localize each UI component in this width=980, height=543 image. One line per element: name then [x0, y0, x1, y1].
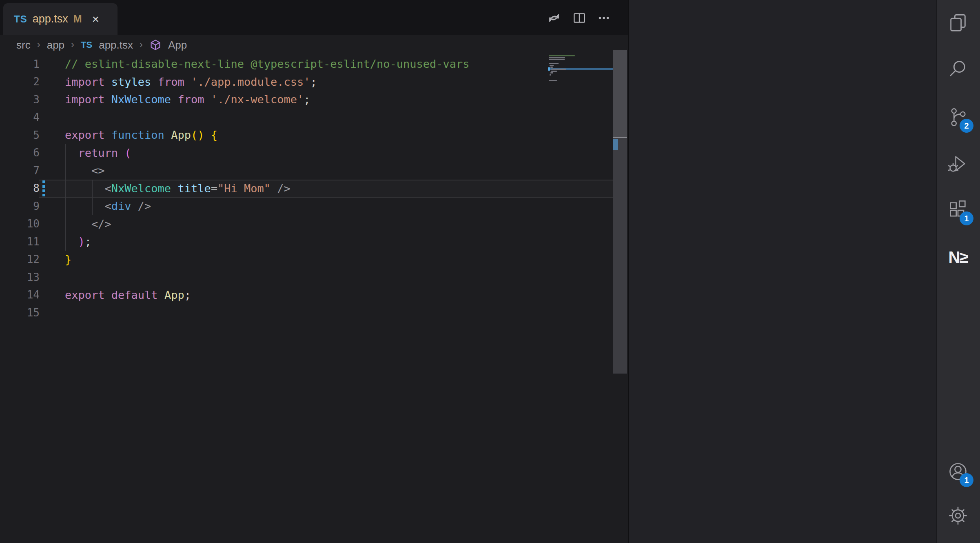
search-icon[interactable] — [938, 49, 978, 88]
minimap-line — [549, 59, 565, 60]
extensions-icon[interactable]: 1 — [938, 190, 978, 229]
vscode-window: TS app.tsx M × src › app › TS — [0, 0, 980, 543]
code-line-10[interactable]: 10 </> — [0, 215, 613, 233]
nx-console-panel: NX CONSOLE ••• PROJECTS NX CLOUD REMOTE … — [628, 0, 936, 543]
minimap-line — [549, 57, 565, 58]
open-changes-icon[interactable] — [546, 10, 562, 26]
code-text: export default App; — [65, 289, 191, 301]
code-line-13[interactable]: 13 — [0, 268, 613, 286]
tab-title: app.tsx — [33, 13, 68, 25]
code-line-14[interactable]: 14export default App; — [0, 286, 613, 304]
code-line-8[interactable]: 8 <NxWelcome title="Hi Mom" /> — [0, 180, 613, 198]
code-line-2[interactable]: 2import styles from './app.module.css'; — [0, 73, 613, 91]
minimap-line — [549, 55, 575, 56]
chevron-right-icon: › — [140, 39, 143, 50]
run-debug-icon[interactable] — [938, 144, 978, 183]
code-text: <div /> — [65, 200, 151, 212]
line-number: 15 — [0, 307, 40, 319]
typescript-file-icon: TS — [81, 40, 92, 50]
code-text: <NxWelcome title="Hi Mom" /> — [65, 182, 290, 195]
minimap[interactable] — [549, 55, 613, 86]
code-line-1[interactable]: 1// eslint-disable-next-line @typescript… — [0, 55, 613, 73]
breadcrumb-symbol-app[interactable]: App — [168, 39, 187, 51]
badge: 2 — [960, 119, 973, 133]
line-number: 8 — [0, 182, 40, 194]
accounts-icon[interactable]: 1 — [938, 452, 978, 491]
badge: 1 — [960, 473, 973, 487]
typescript-file-icon: TS — [14, 13, 27, 25]
minimap-line — [549, 76, 549, 78]
code-line-7[interactable]: 7 <> — [0, 162, 613, 180]
line-number: 3 — [0, 93, 40, 106]
code-text: </> — [65, 218, 111, 230]
symbol-class-cube-icon — [149, 39, 162, 51]
code-text: <> — [65, 164, 105, 177]
minimap-line — [550, 72, 553, 73]
breadcrumb-app[interactable]: app — [47, 39, 64, 51]
modified-badge: M — [73, 13, 82, 25]
code-editor[interactable]: 1// eslint-disable-next-line @typescript… — [0, 55, 613, 322]
breadcrumb-file[interactable]: app.tsx — [99, 39, 133, 51]
minimap-line — [551, 69, 565, 70]
code-line-4[interactable]: 4 — [0, 109, 613, 127]
line-number: 11 — [0, 236, 40, 248]
minimap-line — [550, 74, 551, 76]
overview-ruler-cursor-mark — [613, 137, 627, 138]
code-line-5[interactable]: 5export function App() { — [0, 126, 613, 144]
line-number: 7 — [0, 165, 40, 177]
code-line-6[interactable]: 6 return ( — [0, 144, 613, 162]
source-control-icon[interactable]: 2 — [938, 98, 978, 137]
code-line-11[interactable]: 11 ); — [0, 233, 613, 251]
breadcrumb-src[interactable]: src — [16, 39, 31, 51]
breadcrumb: src › app › TS app.tsx › App — [0, 35, 628, 55]
code-text: } — [65, 253, 71, 266]
chevron-right-icon: › — [37, 39, 40, 50]
minimap-line — [550, 67, 553, 68]
minimap-line — [549, 80, 557, 81]
code-line-9[interactable]: 9 <div /> — [0, 197, 613, 215]
code-text: ); — [65, 235, 91, 248]
line-number: 12 — [0, 253, 40, 265]
line-number: 10 — [0, 218, 40, 230]
line-number: 1 — [0, 58, 40, 70]
close-tab-icon[interactable]: × — [92, 13, 100, 25]
code-text: return ( — [65, 147, 131, 159]
code-text: // eslint-disable-next-line @typescript-… — [65, 58, 470, 70]
editor-more-actions-icon[interactable] — [596, 10, 612, 26]
nx-console-icon[interactable]: N≥ — [938, 238, 978, 277]
overview-ruler-modified-mark — [613, 139, 618, 150]
line-number: 4 — [0, 111, 40, 123]
code-line-3[interactable]: 3import NxWelcome from './nx-welcome'; — [0, 91, 613, 109]
code-line-12[interactable]: 12} — [0, 251, 613, 269]
settings-gear-icon[interactable] — [938, 496, 978, 535]
line-number: 5 — [0, 129, 40, 141]
code-text: import styles from './app.module.css'; — [65, 76, 317, 88]
badge: 1 — [960, 211, 973, 225]
line-number: 13 — [0, 271, 40, 283]
code-text: import NxWelcome from './nx-welcome'; — [65, 93, 310, 106]
minimap-line — [551, 71, 557, 72]
split-editor-icon[interactable] — [571, 10, 588, 26]
minimap-line — [550, 65, 554, 66]
line-number: 2 — [0, 76, 40, 88]
scrollbar-thumb[interactable] — [613, 50, 627, 137]
line-number: 14 — [0, 289, 40, 301]
code-text: export function App() { — [65, 129, 217, 141]
tab-app-tsx[interactable]: TS app.tsx M × — [3, 3, 118, 35]
line-number: 9 — [0, 200, 40, 212]
chevron-right-icon: › — [71, 39, 74, 50]
minimap-line — [549, 63, 559, 64]
editor-region: TS app.tsx M × src › app › TS — [0, 0, 628, 543]
code-line-15[interactable]: 15 — [0, 304, 613, 322]
line-number: 6 — [0, 147, 40, 159]
explorer-icon[interactable] — [938, 4, 978, 43]
nx-logo: N≥ — [949, 248, 968, 267]
